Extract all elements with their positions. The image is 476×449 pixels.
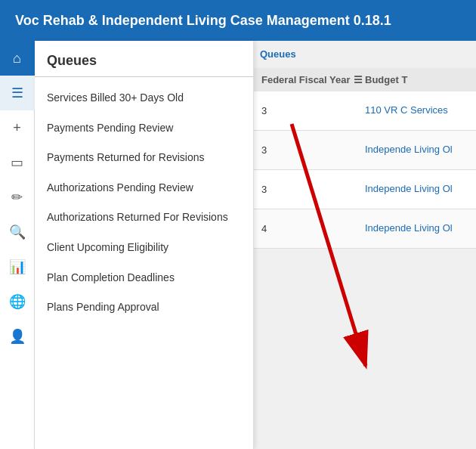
table-row[interactable]: 4 Independe Living Ol	[254, 209, 476, 249]
cell-budget-1: Independe Living Ol	[365, 143, 468, 156]
cell-fiscal-1: 3	[261, 144, 365, 156]
cell-budget-3: Independe Living Ol	[365, 221, 468, 235]
table-row[interactable]: 3 Independe Living Ol	[254, 131, 476, 170]
col-fiscal-year: Federal Fiscal Year ☰	[261, 74, 365, 85]
main-layout: ⌂ ☰ + ▭ ✏ 🔍 📊 🌐 👤 Queues Services Billed…	[0, 41, 476, 449]
table-row[interactable]: 3 Independe Living Ol	[254, 170, 476, 209]
queue-item-payments-pending[interactable]: Payments Pending Review	[35, 113, 253, 144]
cell-fiscal-2: 3	[261, 184, 365, 195]
cell-budget-2: Independe Living Ol	[365, 182, 468, 196]
cell-budget-0: 110 VR C Services	[365, 104, 468, 117]
col-fiscal-label: Federal Fiscal Year	[261, 74, 351, 85]
search-button[interactable]: 🔍	[0, 215, 35, 249]
sidebar-icons: ⌂ ☰ + ▭ ✏ 🔍 📊 🌐 👤	[0, 41, 35, 449]
cell-fiscal-0: 3	[261, 105, 365, 116]
table-header: Federal Fiscal Year ☰ Budget T	[254, 68, 476, 91]
queue-item-plan-completion[interactable]: Plan Completion Deadlines	[35, 263, 253, 293]
app-title: Voc Rehab & Independent Living Case Mana…	[15, 13, 391, 29]
queue-item-plans-pending[interactable]: Plans Pending Approval	[35, 293, 253, 323]
screen-button[interactable]: ▭	[0, 145, 35, 180]
queue-item-auth-returned[interactable]: Authorizations Returned For Revisions	[35, 203, 253, 233]
chart-button[interactable]: 📊	[0, 249, 35, 284]
home-button[interactable]: ⌂	[0, 41, 35, 76]
list-button[interactable]: ☰	[0, 76, 35, 110]
filter-icon: ☰	[354, 74, 363, 85]
queues-dropdown: Queues Services Billed 30+ Days Old Paym…	[35, 41, 254, 449]
content-area: Queues Federal Fiscal Year ☰ Budget T 3 …	[254, 41, 476, 449]
plus-button[interactable]: +	[0, 110, 35, 145]
edit-button[interactable]: ✏	[0, 180, 35, 215]
table-row[interactable]: 3 110 VR C Services	[254, 91, 476, 131]
user-button[interactable]: 👤	[0, 319, 35, 354]
queue-item-auth-pending[interactable]: Authorizations Pending Review	[35, 173, 253, 203]
queue-item-client-eligibility[interactable]: Client Upcoming Eligibility	[35, 233, 253, 263]
cell-fiscal-3: 4	[261, 223, 365, 234]
queues-breadcrumb: Queues	[260, 48, 296, 60]
globe-button[interactable]: 🌐	[0, 284, 35, 319]
queue-item-services-billed[interactable]: Services Billed 30+ Days Old	[35, 83, 253, 113]
queue-item-payments-returned[interactable]: Payments Returned for Revisions	[35, 143, 253, 173]
dropdown-title: Queues	[35, 53, 253, 77]
col-budget-label: Budget T	[365, 74, 407, 85]
col-budget: Budget T	[365, 74, 468, 85]
app-header: Voc Rehab & Independent Living Case Mana…	[0, 0, 476, 41]
